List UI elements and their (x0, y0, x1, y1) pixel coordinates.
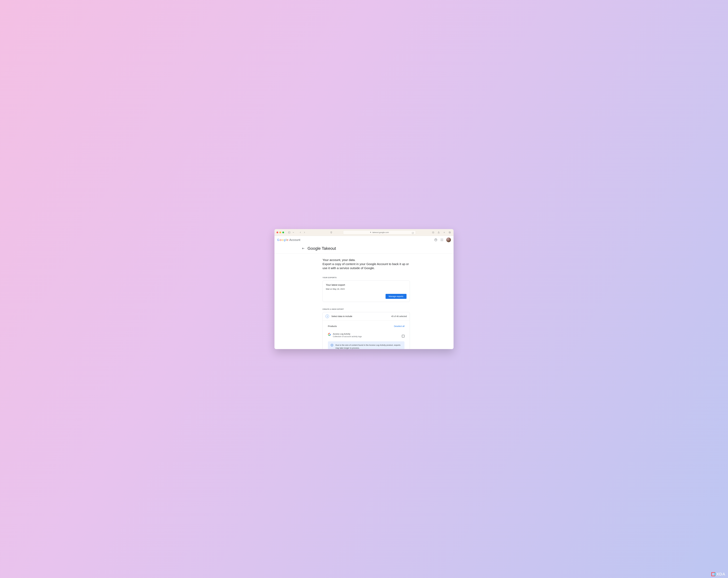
maximize-window-button[interactable] (282, 231, 284, 233)
xda-logo-mark (711, 572, 715, 576)
google-account-logo[interactable]: Google Account (277, 238, 301, 242)
step-number-badge: 1 (326, 315, 329, 318)
info-icon (331, 344, 333, 347)
selected-count: 45 of 46 selected (391, 315, 407, 318)
lock-icon (370, 231, 371, 233)
svg-point-18 (441, 241, 441, 241)
page-title: Google Takeout (308, 246, 336, 251)
reload-icon[interactable] (411, 231, 415, 235)
manage-exports-button[interactable]: Manage exports (386, 294, 407, 299)
svg-point-14 (443, 239, 443, 239)
products-header: Products Deselect all (323, 321, 410, 329)
chevron-down-icon[interactable] (292, 231, 295, 234)
address-bar[interactable]: takeout.google.com (343, 230, 416, 234)
svg-rect-8 (449, 232, 451, 233)
xda-watermark: XDA (711, 572, 725, 577)
latest-export-card: Your latest export Mail on May 18, 2023 … (322, 280, 410, 302)
create-export-label: CREATE A NEW EXPORT (322, 308, 410, 310)
downloads-icon[interactable] (432, 231, 435, 234)
info-text: Due to the size of content found in the … (335, 344, 402, 349)
privacy-shield-icon[interactable] (330, 231, 333, 234)
browser-window: takeout.google.com Google Account (275, 229, 453, 349)
latest-export-detail: Mail on May 18, 2023 (326, 288, 407, 290)
svg-point-12 (441, 239, 441, 239)
nav-back-icon[interactable] (298, 231, 302, 234)
content-scroll[interactable]: Your account, your data. Export a copy o… (275, 254, 453, 349)
tabs-overview-icon[interactable] (448, 231, 451, 234)
your-exports-label: YOUR EXPORTS (322, 277, 410, 278)
product-name: Access Log Activity (333, 333, 400, 335)
product-description: Collection of account activity logs (333, 335, 400, 337)
google-g-icon (328, 333, 331, 336)
account-avatar[interactable] (446, 237, 451, 242)
apps-grid-icon[interactable] (440, 238, 444, 242)
svg-point-15 (441, 240, 441, 240)
sidebar-toggle-icon[interactable] (288, 231, 291, 234)
help-icon[interactable] (434, 238, 438, 242)
window-controls (277, 231, 284, 233)
step-title: Select data to include (331, 315, 389, 318)
address-text: takeout.google.com (372, 231, 389, 233)
new-tab-icon[interactable] (442, 231, 446, 234)
svg-point-17 (443, 240, 443, 240)
close-window-button[interactable] (277, 231, 278, 233)
svg-point-19 (442, 241, 442, 241)
nav-forward-icon[interactable] (303, 231, 306, 234)
products-heading: Products (328, 325, 337, 328)
step-header[interactable]: 1 Select data to include 45 of 46 select… (323, 312, 410, 321)
minimize-window-button[interactable] (279, 231, 281, 233)
product-row: Access Log Activity Collection of accoun… (323, 329, 410, 339)
create-export-card: 1 Select data to include 45 of 46 select… (322, 312, 410, 349)
info-banner: Due to the size of content found in the … (328, 341, 405, 349)
page-title-row: Google Takeout (298, 244, 430, 253)
intro-text: Your account, your data. Export a copy o… (322, 258, 410, 270)
svg-point-16 (442, 240, 442, 240)
latest-export-title: Your latest export (326, 283, 407, 286)
titlebar: takeout.google.com (275, 229, 453, 236)
svg-rect-9 (449, 231, 450, 233)
svg-point-13 (442, 239, 442, 239)
back-arrow-icon[interactable] (302, 247, 305, 250)
app-header: Google Account (275, 236, 453, 244)
account-label: Account (289, 238, 301, 242)
product-checkbox[interactable] (402, 335, 405, 337)
svg-rect-0 (288, 231, 290, 233)
deselect-all-button[interactable]: Deselect all (394, 325, 405, 327)
svg-point-20 (443, 241, 443, 241)
share-icon[interactable] (437, 231, 440, 234)
svg-rect-2 (370, 232, 371, 233)
